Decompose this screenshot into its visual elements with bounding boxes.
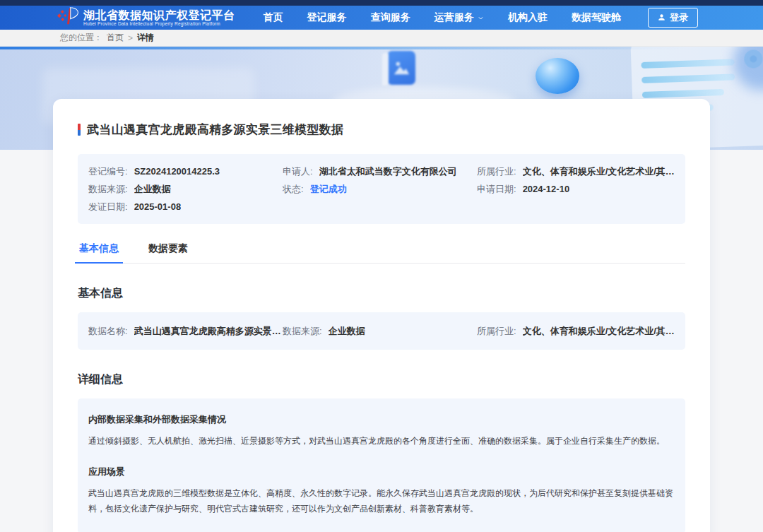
chevron-down-icon [478, 12, 484, 23]
detail-info-box: 内部数据采集和外部数据采集情况 通过倾斜摄影、无人机航拍、激光扫描、近景摄影等方… [78, 398, 685, 532]
application-section-title: 应用场景 [88, 466, 675, 478]
collection-section: 内部数据采集和外部数据采集情况 通过倾斜摄影、无人机航拍、激光扫描、近景摄影等方… [88, 413, 675, 449]
logo-title: 湖北省数据知识产权登记平台 [83, 9, 235, 21]
basic-info-box: 数据名称: 武当山遇真宫龙虎殿高精多源实景三维模... 数据来源: 企业数据 所… [78, 312, 685, 350]
detail-info-heading: 详细信息 [78, 372, 685, 387]
detail-card: 武当山遇真宫龙虎殿高精多源实景三维模型数据 登记编号: SZ2024120014… [53, 99, 710, 532]
nav-item-home[interactable]: 首页 [264, 11, 283, 24]
breadcrumb: 您的位置： 首页 > 详情 [0, 30, 763, 47]
nav-item-registration[interactable]: 登记服务 [307, 11, 347, 24]
nav-item-query[interactable]: 查询服务 [371, 11, 410, 24]
application-section: 应用场景 武当山遇真宫龙虎殿的三维模型数据是立体化、高精度、永久性的数字记录。能… [88, 466, 675, 516]
logo-subtitle: Hubei Province Data Intellectual Propert… [83, 21, 235, 26]
field-status: 状态: 登记成功 [283, 183, 477, 195]
top-strip [0, 0, 763, 6]
tab-basic-info[interactable]: 基本信息 [78, 242, 120, 263]
site-logo[interactable]: 湖北省数据知识产权登记平台 Hubei Province Data Intell… [57, 6, 235, 30]
breadcrumb-separator: > [128, 33, 133, 43]
basic-info-heading: 基本信息 [78, 286, 685, 301]
field-apply-date: 申请日期: 2024-12-10 [477, 183, 675, 195]
banner-image-icon [387, 51, 415, 85]
nav-item-institution[interactable]: 机构入驻 [508, 11, 548, 24]
breadcrumb-current: 详情 [137, 32, 154, 44]
user-icon [658, 13, 666, 23]
status-link[interactable]: 登记成功 [310, 183, 347, 195]
logo-icon [57, 6, 79, 30]
field-issue-date: 发证日期: 2025-01-08 [88, 201, 283, 213]
collection-section-title: 内部数据采集和外部数据采集情况 [88, 413, 675, 426]
detail-title-row: 武当山遇真宫龙虎殿高精多源实景三维模型数据 [78, 122, 685, 138]
top-nav: 湖北省数据知识产权登记平台 Hubei Province Data Intell… [0, 6, 763, 30]
field-data-name: 数据名称: 武当山遇真宫龙虎殿高精多源实景三维模... [88, 325, 283, 337]
detail-tabs: 基本信息 数据要素 [78, 242, 685, 264]
title-marker-icon [78, 124, 81, 136]
field-basic-industry: 所属行业: 文化、体育和娱乐业/文化艺术业/其他文... [477, 325, 675, 337]
nav-menu: 首页 登记服务 查询服务 运营服务 机构入驻 数据驾驶舱 [264, 11, 622, 24]
collection-section-content: 通过倾斜摄影、无人机航拍、激光扫描、近景摄影等方式，对武当山遇真宫龙虎殿的各个角… [88, 433, 675, 449]
field-basic-data-source: 数据来源: 企业数据 [283, 325, 477, 337]
application-section-content: 武当山遇真宫龙虎殿的三维模型数据是立体化、高精度、永久性的数字记录。能永久保存武… [88, 485, 675, 516]
nav-item-dashboard[interactable]: 数据驾驶舱 [572, 11, 621, 24]
field-registration-no: 登记编号: SZ2024120014225.3 [88, 165, 283, 177]
field-applicant: 申请人: 湖北省太和武当数字文化有限公司 [283, 165, 477, 177]
field-data-source: 数据来源: 企业数据 [88, 183, 283, 195]
login-button[interactable]: 登录 [648, 8, 698, 28]
summary-box: 登记编号: SZ2024120014225.3 申请人: 湖北省太和武当数字文化… [78, 154, 685, 224]
page: 湖北省数据知识产权登记平台 Hubei Province Data Intell… [0, 0, 763, 532]
field-industry: 所属行业: 文化、体育和娱乐业/文化艺术业/其他文... [477, 165, 675, 177]
page-title: 武当山遇真宫龙虎殿高精多源实景三维模型数据 [87, 122, 343, 138]
banner-sphere [536, 58, 579, 94]
tab-data-elements[interactable]: 数据要素 [147, 242, 189, 263]
breadcrumb-home-link[interactable]: 首页 [107, 32, 124, 44]
nav-item-operation[interactable]: 运营服务 [434, 11, 484, 24]
breadcrumb-prefix: 您的位置： [60, 32, 102, 44]
